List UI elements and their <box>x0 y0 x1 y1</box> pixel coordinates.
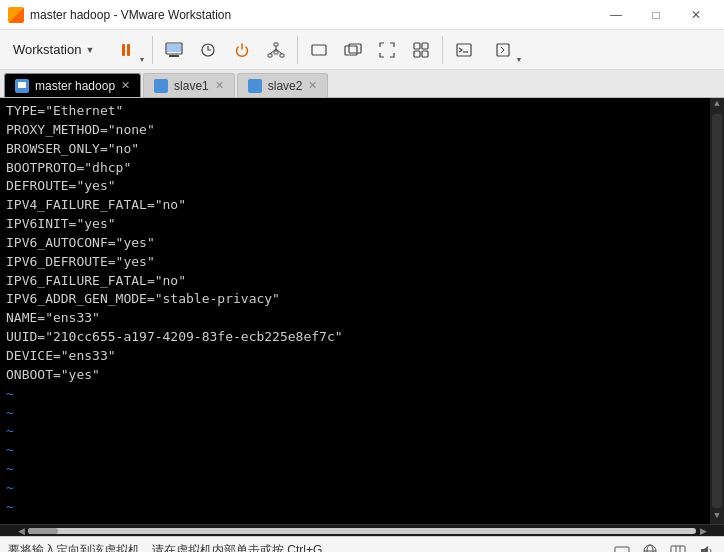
svg-rect-4 <box>274 43 278 46</box>
scroll-right-arrow[interactable]: ▶ <box>696 526 710 536</box>
tab-icon-master <box>15 79 29 93</box>
terminal-line-12: NAME="ens33" <box>6 309 718 328</box>
terminal-line-5: DEFROUTE="yes" <box>6 177 718 196</box>
vm-settings-button[interactable] <box>158 34 190 66</box>
pause-button[interactable]: ▼ <box>105 34 147 66</box>
vm-window-button[interactable] <box>303 34 335 66</box>
tab-slave1[interactable]: slave1 ✕ <box>143 73 235 97</box>
terminal-line-15: ONBOOT="yes" <box>6 366 718 385</box>
svg-rect-17 <box>422 51 428 57</box>
vm-window2-button[interactable] <box>337 34 369 66</box>
svg-rect-22 <box>157 82 165 88</box>
svg-rect-13 <box>349 44 361 53</box>
expand-button[interactable]: ▼ <box>482 34 524 66</box>
svg-rect-24 <box>615 547 629 553</box>
vm-window-icon <box>310 41 328 59</box>
tab-label-master: master hadoop <box>35 79 115 93</box>
scroll-left-arrow[interactable]: ◀ <box>14 526 28 536</box>
svg-rect-18 <box>457 44 471 56</box>
terminal-line-13: UUID="210cc655-a197-4209-83fe-ecb225e8ef… <box>6 328 718 347</box>
terminal-tilde-6: ~ <box>6 479 718 498</box>
power-button[interactable] <box>226 34 258 66</box>
terminal-scrollbar[interactable]: ▲ ▼ <box>710 98 724 524</box>
snapshot-button[interactable] <box>192 34 224 66</box>
terminal-tilde-3: ~ <box>6 422 718 441</box>
scroll-h-thumb[interactable] <box>28 528 58 534</box>
svg-rect-11 <box>312 45 326 55</box>
workstation-menu-button[interactable]: Workstation ▼ <box>4 37 103 62</box>
fullscreen-button[interactable] <box>371 34 403 66</box>
terminal-line-8: IPV6_AUTOCONF="yes" <box>6 234 718 253</box>
terminal-tilde-4: ~ <box>6 441 718 460</box>
terminal-tilde-7: ~ <box>6 498 718 517</box>
toolbar-separator-2 <box>297 36 298 64</box>
svg-rect-12 <box>345 46 357 55</box>
expand-icon <box>494 41 512 59</box>
fullscreen-icon <box>378 41 396 59</box>
terminal-line-10: IPV6_FAILURE_FATAL="no" <box>6 272 718 291</box>
terminal-tilde-2: ~ <box>6 404 718 423</box>
svg-rect-6 <box>280 54 284 57</box>
tab-slave2[interactable]: slave2 ✕ <box>237 73 329 97</box>
svg-rect-1 <box>169 55 179 57</box>
status-icon-monitor[interactable] <box>640 541 660 553</box>
svg-rect-7 <box>274 51 278 54</box>
svg-rect-20 <box>497 44 509 56</box>
tab-icon-slave2 <box>248 79 262 93</box>
scroll-down-arrow[interactable]: ▼ <box>710 510 724 524</box>
status-icon-sound[interactable] <box>696 541 716 553</box>
horizontal-scrollbar[interactable]: ◀ ▶ <box>0 524 724 536</box>
maximize-button[interactable]: □ <box>636 0 676 30</box>
status-bar: 要将输入定向到该虚拟机，请在虚拟机内部单击或按 Ctrl+G。 <box>0 536 724 552</box>
unity-icon <box>412 41 430 59</box>
terminal-line-14: DEVICE="ens33" <box>6 347 718 366</box>
tab-icon-slave1 <box>154 79 168 93</box>
terminal-line-2: PROXY_METHOD="none" <box>6 121 718 140</box>
tab-close-slave2[interactable]: ✕ <box>308 80 317 91</box>
svg-rect-16 <box>414 51 420 57</box>
toolbar: Workstation ▼ ▼ <box>0 30 724 70</box>
terminal-area[interactable]: TYPE="Ethernet" PROXY_METHOD="none" BROW… <box>0 98 724 524</box>
status-icons <box>612 541 716 553</box>
expand-arrow-icon: ▼ <box>515 56 522 63</box>
toolbar-separator-1 <box>152 36 153 64</box>
close-button[interactable]: ✕ <box>676 0 716 30</box>
tabs-bar: master hadoop ✕ slave1 ✕ slave2 ✕ <box>0 70 724 98</box>
snapshot-icon <box>199 41 217 59</box>
minimize-button[interactable]: — <box>596 0 636 30</box>
vm-window2-icon <box>344 41 362 59</box>
window-controls: — □ ✕ <box>596 0 716 30</box>
terminal-line-3: BROWSER_ONLY="no" <box>6 140 718 159</box>
tab-close-master[interactable]: ✕ <box>121 80 130 91</box>
tab-close-slave1[interactable]: ✕ <box>215 80 224 91</box>
network-button[interactable] <box>260 34 292 66</box>
svg-rect-15 <box>422 43 428 49</box>
unity-button[interactable] <box>405 34 437 66</box>
svg-marker-33 <box>701 546 708 553</box>
title-bar: master hadoop - VMware Workstation — □ ✕ <box>0 0 724 30</box>
tab-master-hadoop[interactable]: master hadoop ✕ <box>4 73 141 97</box>
status-icon-network[interactable] <box>612 541 632 553</box>
terminal-line-6: IPV4_FAILURE_FATAL="no" <box>6 196 718 215</box>
terminal-line-9: IPV6_DEFROUTE="yes" <box>6 253 718 272</box>
svg-rect-14 <box>414 43 420 49</box>
power-icon <box>233 41 251 59</box>
terminal-line-1: TYPE="Ethernet" <box>6 102 718 121</box>
terminal-line-4: BOOTPROTO="dhcp" <box>6 159 718 178</box>
workstation-label: Workstation <box>13 42 81 57</box>
terminal-tilde-8: ~ <box>6 517 718 524</box>
pause-arrow-icon: ▼ <box>138 56 145 63</box>
workstation-arrow-icon: ▼ <box>85 45 94 55</box>
scroll-track <box>712 114 722 508</box>
status-icon-settings[interactable] <box>668 541 688 553</box>
scroll-up-arrow[interactable]: ▲ <box>710 98 724 112</box>
tab-label-slave2: slave2 <box>268 79 303 93</box>
pause-icon <box>122 44 130 56</box>
app-icon <box>8 7 24 23</box>
console-button[interactable] <box>448 34 480 66</box>
svg-rect-23 <box>251 82 259 88</box>
terminal-line-11: IPV6_ADDR_GEN_MODE="stable-privacy" <box>6 290 718 309</box>
console-icon <box>455 41 473 59</box>
svg-rect-2 <box>167 44 181 52</box>
status-hint-text: 要将输入定向到该虚拟机，请在虚拟机内部单击或按 Ctrl+G。 <box>8 542 334 552</box>
